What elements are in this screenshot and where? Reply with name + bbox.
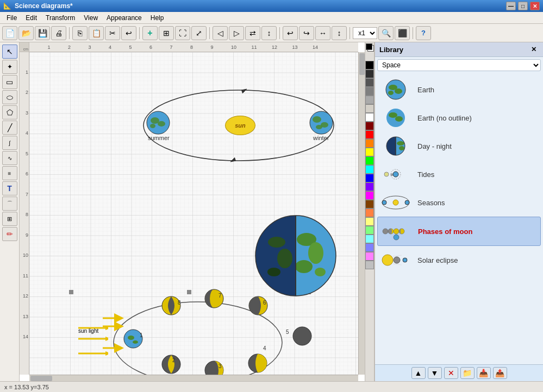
lib-item-earth-no-outline[interactable]: Earth (no outline): [377, 104, 541, 132]
sun-shape[interactable]: sun: [225, 116, 255, 135]
curve-tool[interactable]: ∫: [2, 136, 17, 150]
menu-view[interactable]: View: [79, 12, 102, 23]
color-swatch[interactable]: [365, 226, 374, 235]
lib-up-button[interactable]: ▲: [411, 367, 426, 379]
moon-7[interactable]: [204, 289, 224, 310]
canvas-content[interactable]: summer winter sun: [29, 52, 358, 375]
zigzag-tool[interactable]: ∿: [2, 151, 17, 165]
minimize-button[interactable]: —: [506, 2, 516, 10]
undo-button[interactable]: ↩: [121, 26, 136, 40]
color-swatch[interactable]: [365, 182, 374, 191]
text-tool[interactable]: T: [2, 181, 17, 195]
polygon-tool[interactable]: ⬠: [2, 105, 17, 119]
color-swatch[interactable]: [365, 191, 374, 200]
crop-button[interactable]: ⛶: [175, 26, 190, 40]
help-button[interactable]: ?: [416, 26, 431, 40]
moon-5[interactable]: [292, 326, 312, 347]
select-tool[interactable]: ↖: [2, 45, 17, 59]
ellipse-tool[interactable]: ⬭: [2, 90, 17, 104]
color-swatch[interactable]: [365, 217, 374, 226]
moon-8[interactable]: [161, 296, 181, 317]
menu-help[interactable]: Help: [146, 12, 168, 23]
moon-3[interactable]: [204, 361, 224, 375]
color-swatch[interactable]: [365, 113, 374, 122]
color-swatch[interactable]: [365, 261, 374, 269]
color-swatch[interactable]: [365, 104, 374, 113]
add-button[interactable]: +: [142, 26, 158, 40]
color-swatch[interactable]: [365, 156, 374, 165]
pointer-tool[interactable]: ✦: [2, 60, 17, 74]
menu-transform[interactable]: Transform: [41, 12, 79, 23]
save-button[interactable]: 💾: [35, 26, 50, 40]
color-swatch[interactable]: [365, 139, 374, 148]
color-swatch[interactable]: [365, 87, 374, 96]
copy-button[interactable]: ⎘: [72, 26, 88, 40]
library-category-select[interactable]: Space: [377, 59, 541, 71]
menu-edit[interactable]: Edit: [21, 12, 41, 23]
resize-button[interactable]: ⤢: [191, 26, 207, 40]
menu-file[interactable]: File: [2, 12, 21, 23]
scrollbar-vertical[interactable]: [358, 52, 365, 375]
zoom-select[interactable]: x1 x2 x0.5: [353, 27, 377, 39]
color-swatch[interactable]: [365, 243, 374, 252]
print-button[interactable]: 🖨: [51, 26, 66, 40]
spline-tool[interactable]: ⌒: [2, 197, 17, 211]
move-left-button[interactable]: ◁: [213, 26, 228, 40]
move-right-button[interactable]: ▷: [229, 26, 244, 40]
moon-4[interactable]: [248, 353, 267, 375]
stroke-color[interactable]: [366, 43, 372, 50]
lib-export-button[interactable]: 📤: [493, 367, 507, 379]
eraser-tool[interactable]: ✏: [2, 227, 17, 241]
color-swatch[interactable]: [365, 235, 374, 243]
rotate-button[interactable]: ↕: [261, 26, 277, 40]
zoom-fit-button[interactable]: ⬛: [395, 26, 410, 40]
cut-button[interactable]: ✂: [105, 26, 120, 40]
paste-button[interactable]: 📋: [89, 26, 104, 40]
color-swatch[interactable]: [365, 252, 374, 261]
lib-import-button[interactable]: 📥: [477, 367, 491, 379]
lib-item-earth[interactable]: Earth: [377, 75, 541, 104]
earth-summer[interactable]: [146, 111, 170, 136]
scrollbar-horizontal[interactable]: [29, 375, 358, 381]
color-swatch[interactable]: [365, 165, 374, 174]
align-button[interactable]: ↔: [315, 26, 330, 40]
flip-button[interactable]: ⇄: [245, 26, 260, 40]
lib-item-seasons[interactable]: Seasons: [377, 188, 541, 217]
open-button[interactable]: 📂: [18, 26, 34, 40]
lib-down-button[interactable]: ▼: [428, 367, 442, 379]
moon-6[interactable]: [248, 296, 268, 317]
redo-button[interactable]: ↪: [299, 26, 314, 40]
rectangle-tool[interactable]: ▭: [2, 75, 17, 89]
lib-item-phases-moon[interactable]: Phases of moon: [377, 217, 541, 246]
zoom-in-button[interactable]: 🔍: [378, 26, 394, 40]
new-button[interactable]: 📄: [2, 26, 17, 40]
library-close[interactable]: ✕: [529, 45, 539, 54]
close-button[interactable]: ✕: [530, 2, 540, 10]
line-tool[interactable]: ╱: [2, 121, 17, 135]
lib-item-day-night[interactable]: Day - night: [377, 132, 541, 160]
earth-winter[interactable]: [309, 111, 333, 136]
scrollbar-v-thumb[interactable]: [359, 53, 365, 75]
color-swatch[interactable]: [365, 96, 374, 104]
menu-appearance[interactable]: Appearance: [102, 12, 146, 23]
color-swatch[interactable]: [365, 61, 374, 69]
color-swatch[interactable]: [365, 200, 374, 208]
moon-2[interactable]: [161, 355, 181, 375]
color-swatch[interactable]: [365, 130, 374, 139]
distribute-button[interactable]: ↕: [332, 26, 347, 40]
earth-large[interactable]: [255, 215, 336, 298]
lib-delete-button[interactable]: ✕: [444, 367, 458, 379]
lib-new-folder-button[interactable]: 📁: [460, 367, 475, 379]
color-swatch[interactable]: [365, 148, 374, 156]
color-swatch[interactable]: [365, 69, 374, 78]
color-swatch[interactable]: [365, 122, 374, 130]
undo2-button[interactable]: ↩: [283, 26, 298, 40]
lib-item-tides[interactable]: ⊕ Tides: [377, 160, 541, 188]
color-swatch[interactable]: [365, 174, 374, 182]
color-swatch[interactable]: [365, 78, 374, 87]
maximize-button[interactable]: □: [518, 2, 528, 10]
moon-1[interactable]: [123, 329, 143, 350]
grid-button[interactable]: ⊞: [159, 26, 174, 40]
scrollbar-h-thumb[interactable]: [30, 376, 52, 381]
color-swatch[interactable]: [365, 208, 374, 217]
